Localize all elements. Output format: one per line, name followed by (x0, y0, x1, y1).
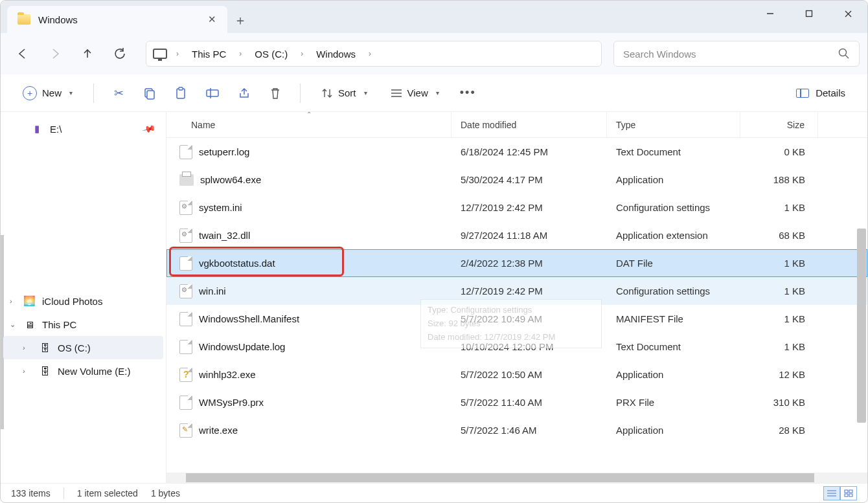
file-icon (179, 201, 192, 215)
svg-rect-10 (207, 90, 218, 96)
photos-icon: 🌅 (23, 295, 36, 307)
vertical-scrollbar[interactable] (857, 229, 866, 423)
file-icon (179, 312, 192, 326)
file-icon (179, 396, 192, 410)
file-row[interactable]: winhlp32.exe5/7/2022 10:50 AMApplication… (166, 361, 867, 388)
file-pane: ⌃ Name Date modified Type Size Type: Con… (166, 112, 867, 483)
file-row[interactable]: vgkbootstatus.dat2/4/2022 12:38 PMDAT Fi… (166, 249, 867, 277)
file-row[interactable]: system.ini12/7/2019 2:42 PMConfiguration… (166, 194, 867, 221)
chevron-down-icon: ▾ (69, 89, 73, 96)
chevron-right-icon[interactable]: › (235, 49, 246, 58)
horizontal-scrollbar[interactable] (166, 473, 867, 483)
status-bytes: 1 bytes (151, 488, 180, 498)
file-type: Configuration settings (607, 202, 740, 213)
window-tab[interactable]: Windows ✕ (7, 6, 227, 33)
delete-button[interactable] (262, 80, 288, 106)
file-date: 5/7/2022 10:49 AM (451, 313, 607, 324)
file-name: setuperr.log (199, 146, 249, 157)
file-row[interactable]: splwow64.exe5/30/2024 4:17 PMApplication… (166, 166, 867, 194)
breadcrumb[interactable]: › This PC › OS (C:) › Windows › (146, 41, 602, 67)
minimize-button[interactable] (751, 1, 790, 27)
collapse-icon[interactable]: ⌄ (10, 320, 19, 329)
scrollbar-thumb[interactable] (186, 473, 814, 482)
maximize-button[interactable] (790, 1, 828, 27)
file-size: 188 KB (740, 174, 818, 185)
file-type: Configuration settings (607, 285, 740, 296)
separator (300, 84, 301, 103)
file-name: write.exe (199, 425, 238, 436)
file-type: Application (607, 174, 740, 185)
expand-icon[interactable]: › (10, 297, 19, 305)
file-row[interactable]: win.ini12/7/2019 2:42 PMConfiguration se… (166, 277, 867, 305)
file-date: 5/7/2022 10:50 AM (451, 369, 607, 380)
file-row[interactable]: WindowsShell.Manifest5/7/2022 10:49 AMMA… (166, 305, 867, 333)
sort-icon (321, 87, 333, 99)
pin-icon[interactable]: 📌 (141, 122, 156, 136)
file-row[interactable]: write.exe5/7/2022 1:46 AMApplication28 K… (166, 416, 867, 444)
drive-icon: 🗄 (38, 342, 51, 353)
main: ▮ E:\ 📌 › 🌅 iCloud Photos ⌄ 🖥 This PC › … (1, 112, 867, 483)
file-rows: Type: Configuration settings Size: 92 by… (166, 138, 867, 473)
sidebar-item-new-volume[interactable]: › 🗄 New Volume (E:) (3, 359, 163, 383)
search-placeholder: Search Windows (623, 49, 696, 60)
expand-icon[interactable]: › (23, 344, 32, 352)
window-controls (751, 1, 867, 27)
monitor-icon (153, 49, 167, 59)
sidebar-item-icloud[interactable]: › 🌅 iCloud Photos (3, 289, 163, 313)
search-icon (838, 48, 850, 60)
forward-button[interactable] (41, 39, 69, 68)
chevron-right-icon[interactable]: › (297, 49, 307, 58)
file-row[interactable]: WindowsUpdate.log10/10/2024 12:00 PMText… (166, 333, 867, 361)
scissors-icon: ✂ (114, 86, 124, 100)
column-type[interactable]: Type (607, 112, 740, 137)
view-button[interactable]: View ▾ (382, 80, 448, 106)
column-name[interactable]: ⌃ Name (166, 112, 451, 137)
svg-rect-20 (845, 494, 848, 497)
refresh-button[interactable] (106, 39, 134, 68)
sidebar-pinned-drive[interactable]: ▮ E:\ 📌 (3, 117, 163, 140)
close-window-button[interactable] (828, 1, 867, 27)
breadcrumb-item[interactable]: This PC (185, 49, 233, 60)
file-row[interactable]: WMSysPr9.prx5/7/2022 11:40 AMPRX File310… (166, 388, 867, 416)
back-button[interactable] (8, 39, 37, 68)
column-date[interactable]: Date modified (451, 112, 607, 137)
file-date: 5/7/2022 1:46 AM (451, 425, 607, 436)
details-pane-button[interactable]: Details (787, 80, 854, 106)
chevron-right-icon[interactable]: › (365, 49, 375, 58)
file-type: Application extension (607, 230, 740, 241)
expand-icon[interactable]: › (23, 367, 32, 375)
close-tab-icon[interactable]: ✕ (204, 12, 220, 27)
file-row[interactable]: setuperr.log6/18/2024 12:45 PMText Docum… (166, 138, 867, 166)
file-icon (179, 145, 192, 159)
details-view-toggle[interactable] (823, 486, 840, 500)
chevron-right-icon[interactable]: › (172, 49, 183, 58)
file-name: winhlp32.exe (199, 369, 256, 380)
file-type: Text Document (607, 341, 740, 352)
thumbnails-view-toggle[interactable] (840, 486, 857, 500)
column-size[interactable]: Size (740, 112, 818, 137)
rename-button[interactable] (199, 80, 226, 106)
file-date: 5/7/2022 11:40 AM (451, 397, 607, 408)
new-tab-button[interactable]: ＋ (227, 7, 253, 33)
paste-button[interactable] (168, 80, 194, 106)
file-date: 9/27/2024 11:18 AM (451, 230, 607, 241)
file-icon (179, 229, 192, 243)
search-input[interactable]: Search Windows (613, 41, 860, 67)
new-button[interactable]: + New ▾ (14, 80, 82, 106)
sidebar-item-os-c[interactable]: › 🗄 OS (C:) (3, 336, 163, 359)
copy-button[interactable] (137, 80, 163, 106)
cut-button[interactable]: ✂ (106, 80, 131, 106)
file-name: WindowsShell.Manifest (199, 313, 299, 324)
sort-button[interactable]: Sort ▾ (312, 80, 376, 106)
share-button[interactable] (231, 80, 257, 106)
sidebar-item-thispc[interactable]: ⌄ 🖥 This PC (3, 313, 163, 336)
up-button[interactable] (73, 39, 102, 68)
breadcrumb-item[interactable]: Windows (310, 49, 362, 60)
ellipsis-icon: ••• (460, 86, 476, 100)
chevron-down-icon: ▾ (436, 89, 439, 96)
navbar: › This PC › OS (C:) › Windows › Search W… (1, 33, 867, 74)
file-row[interactable]: twain_32.dll9/27/2024 11:18 AMApplicatio… (166, 221, 867, 249)
breadcrumb-item[interactable]: OS (C:) (248, 49, 294, 60)
file-date: 6/18/2024 12:45 PM (451, 146, 607, 157)
more-button[interactable]: ••• (453, 80, 483, 106)
